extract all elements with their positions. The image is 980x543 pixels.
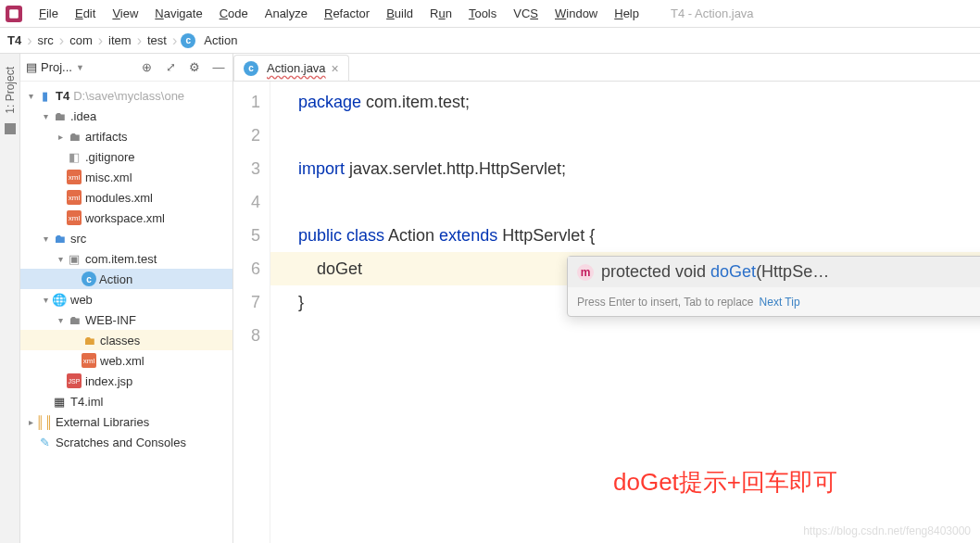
chevron-down-icon[interactable]: ▾	[39, 111, 52, 121]
chevron-down-icon[interactable]: ▾	[24, 91, 37, 101]
menu-bar: File Edit View Navigate Code Analyze Ref…	[0, 0, 980, 28]
tab-action-java[interactable]: c Action.java ×	[233, 55, 349, 81]
gutter: 1 2 3 4 5 6 7 8	[233, 82, 270, 543]
tree-label: WEB-INF	[85, 313, 136, 327]
watermark: https://blog.csdn.net/feng8403000	[803, 524, 971, 537]
project-panel-title[interactable]: Proj...	[41, 60, 72, 74]
tree-gitignore[interactable]: ◧ .gitignore	[20, 146, 232, 167]
line-number: 8	[233, 319, 260, 352]
crumb-test[interactable]: test	[145, 33, 169, 47]
tree-modules[interactable]: xml modules.xml	[20, 187, 232, 208]
iml-icon: ▦	[52, 394, 67, 409]
expand-icon[interactable]: ⤢	[162, 59, 179, 76]
tree-web[interactable]: ▾ 🌐 web	[20, 289, 232, 309]
xml-icon: xml	[67, 190, 82, 205]
menu-analyze[interactable]: Analyze	[258, 5, 315, 22]
tree-scratches[interactable]: ✎ Scratches and Consoles	[20, 432, 232, 452]
tree-src[interactable]: ▾ 🖿 src	[20, 228, 232, 248]
tree-label: index.jsp	[85, 374, 132, 388]
tree-label: .idea	[70, 109, 96, 123]
tree-webinf[interactable]: ▾ 🖿 WEB-INF	[20, 309, 232, 330]
completion-next-tip-link[interactable]: Next Tip	[760, 296, 800, 309]
menu-help[interactable]: Help	[607, 5, 647, 22]
line-number: 4	[233, 185, 260, 219]
tree-classes[interactable]: 🖿 classes	[20, 330, 232, 350]
tree-label: workspace.xml	[85, 211, 165, 225]
app-logo-icon	[6, 6, 22, 22]
menu-build[interactable]: Build	[379, 5, 421, 22]
menu-refactor[interactable]: Refactor	[317, 5, 377, 22]
chevron-down-icon[interactable]: ▾	[39, 234, 52, 244]
breadcrumb: T4 › src › com › item › test › c Action	[0, 28, 980, 54]
menu-code[interactable]: Code	[212, 5, 256, 22]
tool-tab-project[interactable]: 1: Project	[4, 67, 17, 114]
completion-item[interactable]: m protected void doGet(HttpSe… HttpServl…	[568, 257, 980, 287]
chevron-down-icon[interactable]: ▾	[54, 254, 67, 264]
menu-navigate[interactable]: Navigate	[147, 5, 209, 22]
code-token: HttpServlet {	[497, 226, 595, 245]
hide-icon[interactable]: —	[210, 59, 227, 76]
tree-label: web.xml	[100, 354, 144, 368]
scratches-icon: ✎	[37, 435, 52, 449]
breadcrumb-sep-icon: ›	[59, 32, 64, 49]
tree-label: misc.xml	[85, 170, 132, 184]
gear-icon[interactable]: ⚙	[186, 59, 203, 76]
tree-action-class[interactable]: c Action	[20, 269, 232, 289]
folder-icon: 🖿	[67, 312, 82, 327]
tool-window-strip: 1: Project	[0, 54, 20, 543]
crumb-class[interactable]: Action	[202, 33, 239, 47]
tree-indexjsp[interactable]: JSP index.jsp	[20, 371, 232, 391]
window-title: T4 - Action.java	[671, 6, 754, 20]
code-token: extends	[439, 226, 497, 245]
menu-run[interactable]: Run	[422, 5, 459, 22]
chevron-right-icon[interactable]: ▸	[54, 132, 67, 142]
jsp-icon: JSP	[67, 373, 82, 388]
xml-icon: xml	[67, 170, 82, 184]
crumb-item[interactable]: item	[107, 33, 133, 47]
tree-workspace[interactable]: xml workspace.xml	[20, 208, 232, 228]
chevron-down-icon[interactable]: ▾	[39, 295, 52, 305]
tree-package[interactable]: ▾ ▣ com.item.test	[20, 248, 232, 269]
menu-view[interactable]: View	[105, 5, 145, 22]
xml-icon: xml	[82, 353, 96, 368]
class-icon: c	[244, 61, 258, 76]
svg-rect-0	[9, 9, 19, 19]
tree-misc[interactable]: xml misc.xml	[20, 167, 232, 187]
folder-icon: 🖿	[82, 333, 96, 347]
completion-popup[interactable]: m protected void doGet(HttpSe… HttpServl…	[567, 256, 980, 317]
menu-edit[interactable]: Edit	[68, 5, 103, 22]
breadcrumb-sep-icon: ›	[98, 32, 103, 49]
crumb-src[interactable]: src	[36, 33, 56, 47]
menu-window[interactable]: Window	[547, 5, 605, 22]
code-token: import	[298, 159, 345, 178]
line-number: 2	[233, 119, 260, 152]
tool-tab-structure-icon[interactable]	[5, 123, 16, 134]
project-tree[interactable]: ▾ ▮ T4 D:\save\myclass\one ▾ 🖿 .idea ▸ 🖿…	[20, 82, 232, 543]
menu-vcs[interactable]: VCS	[506, 5, 546, 22]
menu-file[interactable]: File	[31, 5, 66, 22]
crumb-project[interactable]: T4	[6, 33, 23, 47]
chevron-down-icon[interactable]: ▾	[54, 315, 67, 325]
tree-label: T4	[56, 89, 69, 103]
menu-tools[interactable]: Tools	[461, 5, 504, 22]
project-panel-header: ▤ Proj... ▼ ⊕ ⤢ ⚙ —	[20, 54, 232, 82]
tree-iml[interactable]: ▦ T4.iml	[20, 391, 232, 411]
package-icon: ▣	[67, 251, 82, 266]
tree-external-libraries[interactable]: ▸ ║║ External Libraries	[20, 411, 232, 432]
editor-tabs: c Action.java ×	[233, 54, 980, 82]
tree-webxml[interactable]: xml web.xml	[20, 350, 232, 371]
editor-area: c Action.java × 1 2 3 4 5 6 7 8 package …	[233, 54, 980, 543]
code-token: doGet	[298, 259, 362, 278]
tree-label: artifacts	[85, 130, 128, 144]
close-icon[interactable]: ×	[332, 61, 339, 76]
line-number: 1	[233, 85, 260, 119]
crumb-com[interactable]: com	[68, 33, 94, 47]
chevron-down-icon[interactable]: ▼	[76, 63, 84, 72]
locate-icon[interactable]: ⊕	[138, 59, 155, 76]
tree-artifacts[interactable]: ▸ 🖿 artifacts	[20, 126, 232, 146]
gitignore-icon: ◧	[67, 149, 82, 164]
tree-idea[interactable]: ▾ 🖿 .idea	[20, 106, 232, 126]
tree-label: src	[70, 232, 86, 246]
tree-root[interactable]: ▾ ▮ T4 D:\save\myclass\one	[20, 85, 232, 106]
completion-hint-text: Press Enter to insert, Tab to replace	[577, 296, 754, 309]
